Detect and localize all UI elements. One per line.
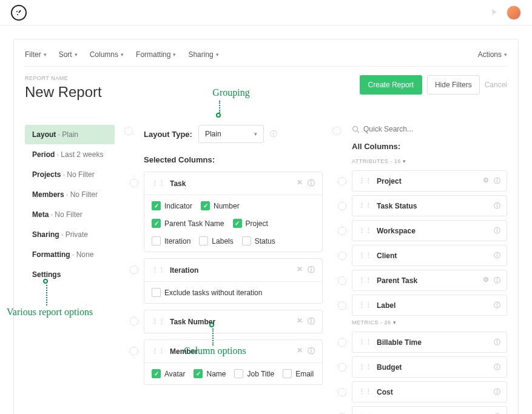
info-icon[interactable]: ⓘ [494, 338, 500, 347]
radio-icon[interactable] [338, 227, 346, 235]
sidebar-item-members[interactable]: Members · No Filter [25, 185, 115, 204]
remove-icon[interactable]: ✕ [297, 316, 303, 327]
option-avatar[interactable]: Avatar [152, 369, 185, 378]
radio-icon[interactable] [338, 301, 346, 310]
hide-filters-button[interactable]: Hide Filters [427, 75, 480, 95]
drag-handle-icon[interactable]: ⋮⋮ [359, 301, 372, 309]
radio-icon[interactable] [338, 276, 346, 285]
option-exclude-tasks-without-iteration[interactable]: Exclude tasks without iteration [152, 288, 262, 297]
option-name[interactable]: Name [194, 369, 226, 378]
layout-type-select[interactable]: Plain ▾ [198, 125, 264, 143]
drag-handle-icon[interactable]: ⋮⋮ [359, 252, 372, 259]
info-icon[interactable]: ⓘ [308, 265, 315, 275]
radio-icon[interactable] [338, 388, 346, 396]
checkbox-icon[interactable] [152, 201, 161, 210]
radio-icon[interactable] [338, 177, 346, 185]
sidebar-item-settings[interactable]: Settings [25, 265, 115, 284]
info-icon[interactable]: ⓘ [494, 251, 500, 260]
radio-icon[interactable] [130, 265, 138, 274]
radio-icon[interactable] [338, 363, 346, 372]
radio-icon[interactable] [338, 338, 346, 347]
checkbox-icon[interactable] [201, 201, 210, 210]
checkbox-icon[interactable] [234, 369, 243, 378]
option-parent-task-name[interactable]: Parent Task Name [152, 219, 224, 228]
group-header-metrics[interactable]: METRICS - 26 ▾ [352, 319, 507, 326]
checkbox-icon[interactable] [283, 369, 292, 378]
checkbox-icon[interactable] [242, 236, 251, 245]
info-icon[interactable]: ⓘ [494, 201, 500, 210]
info-icon[interactable]: ⓘ [494, 362, 500, 372]
checkbox-icon[interactable] [233, 219, 242, 228]
remove-icon[interactable]: ✕ [297, 265, 303, 275]
option-iteration[interactable]: Iteration [152, 236, 190, 245]
radio-icon[interactable] [338, 202, 346, 210]
app-logo[interactable] [11, 5, 27, 21]
option-project[interactable]: Project [233, 219, 268, 228]
option-number[interactable]: Number [201, 201, 240, 210]
info-icon[interactable]: ⓘ [270, 129, 277, 139]
drag-handle-icon[interactable]: ⋮⋮ [359, 276, 372, 284]
column-item-invoiced-time[interactable]: ⋮⋮Invoiced Timeⓘ [352, 406, 507, 414]
drag-handle-icon[interactable]: ⋮⋮ [359, 177, 372, 185]
option-indicator[interactable]: Indicator [152, 201, 192, 210]
column-item-workspace[interactable]: ⋮⋮Workspaceⓘ [352, 220, 507, 241]
column-item-budget[interactable]: ⋮⋮Budgetⓘ [352, 356, 507, 378]
sidebar-item-meta[interactable]: Meta · No Filter [25, 205, 115, 224]
info-icon[interactable]: ⓘ [494, 226, 500, 235]
column-item-billable-time[interactable]: ⋮⋮Billable Timeⓘ [352, 332, 507, 353]
option-labels[interactable]: Labels [199, 236, 233, 245]
radio-icon[interactable] [130, 317, 138, 326]
remove-icon[interactable]: ✕ [297, 178, 303, 189]
checkbox-icon[interactable] [152, 369, 161, 378]
info-icon[interactable]: ⓘ [494, 387, 500, 396]
column-item-label[interactable]: ⋮⋮Labelⓘ [352, 295, 507, 316]
checkbox-icon[interactable] [152, 219, 161, 228]
avatar[interactable] [507, 5, 521, 20]
gear-icon[interactable]: ⚙ [483, 176, 489, 185]
notification-icon[interactable] [490, 8, 499, 18]
gear-icon[interactable]: ⚙ [483, 276, 489, 285]
cancel-link[interactable]: Cancel [485, 81, 507, 89]
column-item-parent-task[interactable]: ⋮⋮Parent Task⚙ⓘ [352, 270, 507, 291]
info-icon[interactable]: ⓘ [494, 301, 500, 310]
drag-handle-icon[interactable]: ⋮⋮ [359, 227, 372, 235]
drag-handle-icon[interactable]: ⋮⋮ [359, 202, 372, 210]
drag-handle-icon[interactable]: ⋮⋮ [152, 266, 165, 274]
option-email[interactable]: Email [283, 369, 314, 378]
sidebar-item-layout[interactable]: Layout · Plain [25, 125, 115, 144]
info-icon[interactable]: ⓘ [308, 346, 315, 356]
info-icon[interactable]: ⓘ [494, 176, 500, 185]
sidebar-item-period[interactable]: Period · Last 2 weeks [25, 145, 115, 164]
column-item-cost[interactable]: ⋮⋮Costⓘ [352, 381, 507, 402]
info-icon[interactable]: ⓘ [308, 316, 315, 327]
columns-menu[interactable]: Columns▾ [90, 50, 124, 59]
sidebar-item-projects[interactable]: Projects · No Filter [25, 165, 115, 184]
sidebar-item-formatting[interactable]: Formatting · None [25, 245, 115, 264]
checkbox-icon[interactable] [152, 236, 161, 245]
option-job-title[interactable]: Job Title [234, 369, 274, 378]
formatting-menu[interactable]: Formatting▾ [136, 50, 176, 59]
column-item-project[interactable]: ⋮⋮Project⚙ⓘ [352, 170, 507, 192]
page-title[interactable]: New Report [25, 84, 102, 101]
drag-handle-icon[interactable]: ⋮⋮ [359, 338, 372, 346]
create-report-button[interactable]: Create Report [360, 75, 422, 95]
actions-menu[interactable]: Actions▾ [478, 50, 507, 59]
radio-icon[interactable] [338, 252, 346, 260]
drag-handle-icon[interactable]: ⋮⋮ [359, 363, 372, 371]
drag-handle-icon[interactable]: ⋮⋮ [152, 347, 165, 355]
info-icon[interactable]: ⓘ [308, 178, 315, 189]
info-icon[interactable]: ⓘ [494, 276, 500, 285]
radio-icon[interactable] [130, 347, 138, 355]
checkbox-icon[interactable] [194, 369, 203, 378]
sidebar-item-sharing[interactable]: Sharing · Private [25, 225, 115, 244]
group-header-attributes[interactable]: ATTRIBUTES - 16 ▾ [352, 158, 507, 164]
drag-handle-icon[interactable]: ⋮⋮ [152, 318, 165, 326]
drag-handle-icon[interactable]: ⋮⋮ [359, 388, 372, 396]
column-item-client[interactable]: ⋮⋮Clientⓘ [352, 245, 507, 266]
remove-icon[interactable]: ✕ [297, 346, 303, 356]
option-status[interactable]: Status [242, 236, 275, 245]
drag-handle-icon[interactable]: ⋮⋮ [152, 179, 165, 187]
quick-search-input[interactable] [363, 125, 507, 133]
sort-menu[interactable]: Sort▾ [59, 50, 78, 59]
checkbox-icon[interactable] [199, 236, 208, 245]
